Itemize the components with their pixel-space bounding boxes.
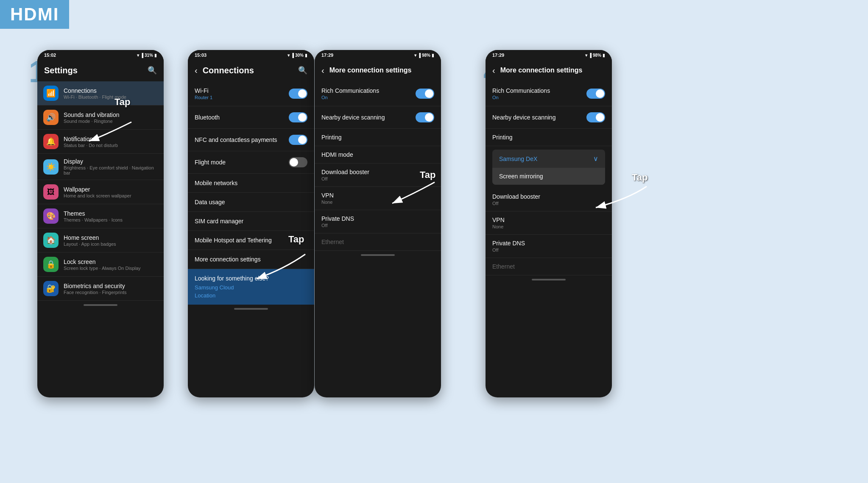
biometrics-title: Biometrics and security bbox=[64, 283, 127, 289]
conn-mobile[interactable]: Mobile networks bbox=[188, 174, 314, 193]
rich-comm-toggle-4[interactable] bbox=[586, 89, 605, 99]
more-nearby-title-4: Nearby device scanning bbox=[492, 114, 555, 121]
settings-item-themes[interactable]: 🎨 Themes Themes · Wallpapers · Icons bbox=[37, 204, 164, 228]
conn-wifi[interactable]: Wi-Fi Router 1 bbox=[188, 81, 314, 106]
home-bar-3 bbox=[361, 254, 395, 256]
conn-nfc[interactable]: NFC and contactless payments bbox=[188, 129, 314, 151]
homescreen-title: Home screen bbox=[64, 234, 116, 241]
wifi-icon-1: ▾ bbox=[137, 53, 139, 58]
more-hdmi[interactable]: HDMI mode bbox=[315, 146, 441, 164]
more-private-dns-title-4: Private DNS bbox=[492, 240, 605, 247]
search-icon-1[interactable]: 🔍 bbox=[148, 66, 157, 75]
home-bar-4 bbox=[532, 279, 566, 280]
title-3: More connection settings bbox=[329, 67, 434, 74]
more-rich-comm-sub-4: On bbox=[492, 95, 550, 100]
more-ethernet-4[interactable]: Ethernet bbox=[486, 258, 612, 275]
more-rich-comm-left: Rich Communications On bbox=[321, 87, 379, 100]
settings-item-connections[interactable]: 📶 Connections Wi-Fi · Bluetooth · Flight… bbox=[37, 81, 164, 105]
top-bar-3: ‹ More connection settings bbox=[315, 59, 441, 81]
more-printing[interactable]: Printing bbox=[315, 129, 441, 146]
settings-item-lockscreen[interactable]: 🔒 Lock screen Screen lock type · Always … bbox=[37, 253, 164, 277]
settings-item-biometrics[interactable]: 🔐 Biometrics and security Face recogniti… bbox=[37, 277, 164, 301]
status-bar-3: 17:29 ▾ ▐ 98% ▮ bbox=[315, 50, 441, 59]
display-icon: ☀️ bbox=[43, 159, 59, 175]
settings-item-display[interactable]: ☀️ Display Brightness · Eye comfort shie… bbox=[37, 154, 164, 180]
themes-icon: 🎨 bbox=[43, 208, 59, 224]
more-ethernet-title: Ethernet bbox=[321, 239, 434, 245]
biometrics-subtitle: Face recognition · Fingerprints bbox=[64, 290, 127, 295]
more-private-dns-4[interactable]: Private DNS Off bbox=[486, 235, 612, 258]
title-1: Settings bbox=[44, 66, 148, 75]
lockscreen-subtitle: Screen lock type · Always On Display bbox=[64, 266, 141, 271]
more-rich-comm-left-4: Rich Communications On bbox=[492, 87, 550, 100]
tap-label-1: Tap bbox=[114, 97, 130, 108]
homescreen-icon: 🏠 bbox=[43, 233, 59, 248]
lockscreen-title: Lock screen bbox=[64, 258, 141, 265]
nearby-toggle[interactable] bbox=[416, 112, 434, 122]
more-rich-comm[interactable]: Rich Communications On bbox=[315, 81, 441, 106]
nearby-toggle-4[interactable] bbox=[586, 112, 605, 122]
flight-toggle[interactable] bbox=[289, 157, 307, 167]
back-arrow-4[interactable]: ‹ bbox=[492, 66, 495, 75]
more-nearby-4[interactable]: Nearby device scanning bbox=[486, 106, 612, 129]
conn-data[interactable]: Data usage bbox=[188, 193, 314, 212]
conn-data-title: Data usage bbox=[195, 199, 225, 205]
search-icon-2[interactable]: 🔍 bbox=[298, 66, 307, 75]
conn-wifi-sub: Router 1 bbox=[195, 95, 212, 100]
sounds-icon: 🔊 bbox=[43, 110, 59, 125]
more-dl-booster-title: Download booster bbox=[321, 169, 434, 175]
top-bar-1: Settings 🔍 bbox=[37, 59, 164, 81]
back-arrow-3[interactable]: ‹ bbox=[321, 66, 324, 75]
hdmi-title: HDMI bbox=[10, 4, 59, 24]
homescreen-text: Home screen Layout · App icon badges bbox=[64, 234, 116, 247]
themes-subtitle: Themes · Wallpapers · Icons bbox=[64, 217, 123, 222]
notifications-icon: 🔔 bbox=[43, 134, 59, 149]
dropdown-samsung-dex[interactable]: Samsung DeX ∨ bbox=[492, 150, 605, 168]
battery-1: 31% bbox=[145, 53, 153, 58]
arrow-3 bbox=[369, 176, 445, 214]
more-printing-title: Printing bbox=[321, 134, 434, 141]
more-printing-4[interactable]: Printing bbox=[486, 129, 612, 146]
phone-1: 15:02 ▾ ▐ 31% ▮ Settings 🔍 📶 Connections… bbox=[37, 50, 164, 397]
time-3: 17:29 bbox=[321, 53, 333, 58]
status-icons-4: ▾ ▐ 98% ▮ bbox=[585, 53, 605, 58]
samsung-dex-label: Samsung DeX bbox=[499, 155, 537, 162]
looking-link-location[interactable]: Location bbox=[195, 292, 307, 299]
signal-icon-2: ▐ bbox=[291, 53, 294, 58]
status-icons-2: ▾ ▐ 30% ▮ bbox=[287, 53, 307, 58]
more-rich-comm-title-4: Rich Communications bbox=[492, 87, 550, 94]
more-private-dns-title: Private DNS bbox=[321, 215, 434, 222]
wifi-icon-4: ▾ bbox=[585, 53, 587, 58]
arrow-1 bbox=[64, 114, 140, 147]
conn-sim[interactable]: SIM card manager bbox=[188, 212, 314, 231]
conn-nfc-title: NFC and contactless payments bbox=[195, 136, 277, 143]
display-subtitle: Brightness · Eye comfort shield · Naviga… bbox=[64, 165, 158, 175]
rich-comm-toggle[interactable] bbox=[416, 89, 434, 99]
more-nearby-title: Nearby device scanning bbox=[321, 114, 385, 121]
tap-label-4: Tap bbox=[632, 172, 648, 183]
more-nearby[interactable]: Nearby device scanning bbox=[315, 106, 441, 129]
more-vpn-sub-4: None bbox=[492, 224, 605, 229]
wallpaper-icon: 🖼 bbox=[43, 184, 59, 200]
status-icons-3: ▾ ▐ 98% ▮ bbox=[414, 53, 434, 58]
conn-flight[interactable]: Flight mode bbox=[188, 151, 314, 174]
themes-text: Themes Themes · Wallpapers · Icons bbox=[64, 210, 123, 222]
connections-icon: 📶 bbox=[43, 86, 59, 101]
more-list-3: Rich Communications On Nearby device sca… bbox=[315, 81, 441, 251]
more-rich-comm-4[interactable]: Rich Communications On bbox=[486, 81, 612, 106]
more-ethernet[interactable]: Ethernet bbox=[315, 233, 441, 251]
hdmi-badge: HDMI bbox=[0, 0, 69, 29]
wifi-toggle[interactable] bbox=[289, 89, 307, 99]
battery-4: 98% bbox=[593, 53, 601, 58]
battery-icon-4: ▮ bbox=[603, 53, 605, 58]
back-arrow-2[interactable]: ‹ bbox=[195, 66, 198, 75]
settings-item-homescreen[interactable]: 🏠 Home screen Layout · App icon badges bbox=[37, 228, 164, 253]
home-bar-1 bbox=[84, 304, 117, 306]
settings-item-wallpaper[interactable]: 🖼 Wallpaper Home and lock screen wallpap… bbox=[37, 180, 164, 204]
conn-bluetooth[interactable]: Bluetooth bbox=[188, 106, 314, 129]
bt-toggle[interactable] bbox=[289, 112, 307, 122]
wifi-icon-2: ▾ bbox=[287, 53, 290, 58]
time-1: 15:02 bbox=[44, 53, 56, 58]
conn-wifi-left: Wi-Fi Router 1 bbox=[195, 87, 212, 100]
nfc-toggle[interactable] bbox=[289, 135, 307, 145]
